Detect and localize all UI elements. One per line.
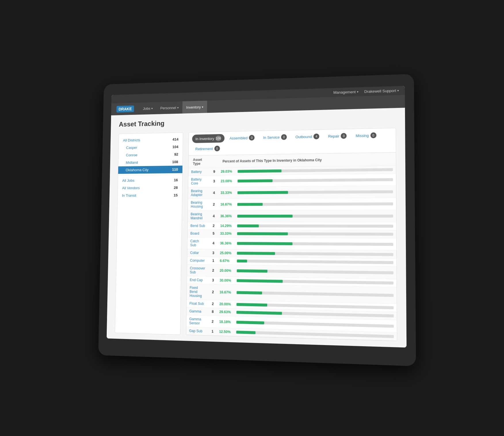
- tab-assembled[interactable]: Assembled 0: [226, 133, 258, 142]
- asset-type-link[interactable]: Gamma Sensor: [189, 317, 201, 325]
- main-panel: In Inventory 106 Assembled 0 In Service …: [186, 128, 397, 341]
- nav-item-inventory[interactable]: Inventory ▾: [182, 100, 207, 113]
- support-chevron-icon: ▾: [397, 89, 399, 92]
- table-row: Board533.33%: [188, 229, 396, 238]
- tab-repair[interactable]: Repair 0: [324, 131, 350, 140]
- asset-type-cell: Gap Sub: [186, 327, 207, 335]
- tab-retirement[interactable]: Retirement 0: [192, 144, 223, 153]
- asset-table: Asset Type Percent of Assets of This Typ…: [186, 152, 397, 341]
- tabs-row: In Inventory 106 Assembled 0 In Service …: [189, 128, 396, 156]
- sidebar: All Districts 414 Casper 104 Conroe 92 M…: [115, 132, 183, 335]
- pct-cell: 29.63%: [216, 308, 234, 316]
- device-wrapper: Management ▾ Drakewell Support ▾ DRAKE J…: [98, 74, 416, 366]
- asset-type-cell: Bearing Mandrel: [188, 210, 209, 222]
- asset-type-link[interactable]: Catch Sub: [190, 239, 199, 247]
- personnel-chevron-icon: ▾: [177, 106, 179, 109]
- table-row: Bearing Housing216.67%: [188, 198, 396, 210]
- count-cell: 2: [207, 300, 217, 308]
- sidebar-item-all-districts[interactable]: All Districts 414: [119, 135, 183, 144]
- sidebar-item-in-transit[interactable]: In Transit 15: [118, 191, 182, 199]
- asset-type-cell: Gamma: [186, 307, 207, 315]
- count-cell: 3: [208, 276, 217, 284]
- asset-type-cell: Float Sub: [187, 299, 208, 308]
- device-screen: Management ▾ Drakewell Support ▾ DRAKE J…: [107, 86, 407, 347]
- asset-type-link[interactable]: End Cap: [190, 278, 203, 282]
- pct-cell: 36.36%: [217, 210, 235, 222]
- asset-type-link[interactable]: Battery: [191, 170, 202, 174]
- pct-cell: 36.36%: [217, 237, 234, 249]
- pct-cell: 33.33%: [218, 187, 235, 199]
- bar-cell: [234, 237, 396, 250]
- asset-type-link[interactable]: Bearing Adapter: [191, 189, 203, 197]
- asset-type-link[interactable]: Gap Sub: [189, 329, 202, 333]
- tab-in-inventory[interactable]: In Inventory 106: [192, 134, 225, 143]
- col-header-count: [209, 155, 218, 168]
- nav-item-jobs[interactable]: Jobs ▾: [139, 102, 157, 115]
- pct-cell: 16.67%: [217, 284, 234, 300]
- count-cell: 3: [209, 175, 218, 187]
- asset-type-cell: Board: [188, 229, 208, 237]
- asset-type-cell: Bend Sub: [188, 222, 208, 230]
- support-nav[interactable]: Drakewell Support ▾: [364, 88, 399, 94]
- table-row: Bearing Adapter433.33%: [188, 186, 396, 199]
- asset-type-link[interactable]: Board: [190, 231, 199, 235]
- table-row: Battery Core323.08%: [188, 174, 396, 187]
- bar-cell: [234, 210, 396, 222]
- sidebar-item-casper[interactable]: Casper 104: [119, 143, 183, 151]
- asset-type-link[interactable]: Gamma: [189, 309, 201, 313]
- sidebar-divider: [118, 174, 182, 175]
- count-cell: 8: [207, 308, 217, 316]
- asset-type-link[interactable]: Float Sub: [189, 301, 204, 306]
- bar-cell: [235, 186, 396, 199]
- pct-cell: 12.50%: [216, 328, 234, 336]
- pct-cell: 18.18%: [216, 316, 234, 328]
- count-cell: 2: [208, 264, 217, 276]
- asset-type-link[interactable]: Computer: [190, 258, 205, 262]
- tab-in-service[interactable]: In Service 0: [260, 132, 290, 142]
- table-row: Catch Sub436.36%: [187, 237, 396, 250]
- asset-type-link[interactable]: Battery Core: [191, 177, 202, 185]
- pct-cell: 29.03%: [218, 167, 235, 175]
- nav-item-personnel[interactable]: Personnel ▾: [156, 101, 183, 114]
- sidebar-item-conroe[interactable]: Conroe 92: [119, 150, 183, 159]
- pct-cell: 20.00%: [217, 264, 234, 277]
- asset-type-cell: Fixed Bend Housing: [187, 283, 208, 300]
- table-row: Bend Sub214.29%: [188, 222, 396, 230]
- asset-type-cell: Computer: [187, 256, 208, 264]
- sidebar-item-midland[interactable]: Midland 108: [118, 158, 182, 166]
- pct-cell: 33.33%: [217, 230, 234, 237]
- sidebar-item-all-jobs[interactable]: All Jobs 16: [118, 176, 182, 184]
- management-chevron-icon: ▾: [357, 90, 358, 93]
- content-area: Asset Tracking All Districts 414 Casper …: [107, 108, 407, 347]
- sidebar-item-oklahoma-city[interactable]: Oklahoma City 110: [118, 165, 183, 174]
- asset-type-cell: Battery: [188, 168, 209, 176]
- count-cell: 2: [208, 284, 217, 300]
- asset-type-cell: Bearing Adapter: [188, 187, 209, 199]
- tab-outbound[interactable]: Outbound 4: [292, 132, 323, 141]
- count-cell: 1: [207, 327, 216, 335]
- count-cell: 9: [209, 168, 218, 176]
- asset-type-cell: Crossover Sub: [187, 264, 208, 276]
- asset-type-link[interactable]: Crossover Sub: [190, 266, 205, 274]
- asset-type-cell: Collar: [187, 249, 208, 256]
- tab-missing[interactable]: Missing 0: [352, 131, 380, 140]
- count-cell: 2: [207, 315, 217, 328]
- bar-cell: [234, 230, 396, 238]
- asset-type-link[interactable]: Fixed Bend Housing: [190, 285, 202, 298]
- sidebar-item-all-vendors[interactable]: All Vendors 28: [118, 184, 182, 192]
- management-nav[interactable]: Management ▾: [333, 90, 358, 95]
- asset-type-cell: Gamma Sensor: [186, 315, 207, 327]
- asset-type-link[interactable]: Bend Sub: [190, 224, 205, 228]
- pct-cell: 30.00%: [217, 276, 234, 284]
- jobs-chevron-icon: ▾: [151, 106, 153, 110]
- count-cell: 4: [209, 187, 218, 199]
- asset-type-link[interactable]: Bearing Mandrel: [190, 212, 203, 220]
- table-container: Asset Type Percent of Assets of This Typ…: [186, 152, 397, 341]
- asset-type-link[interactable]: Bearing Housing: [191, 200, 203, 208]
- col-header-asset-type: Asset Type: [188, 155, 209, 168]
- asset-type-link[interactable]: Collar: [190, 251, 199, 255]
- bar-cell: [234, 198, 396, 210]
- count-cell: 4: [208, 237, 217, 249]
- table-row: Bearing Mandrel436.36%: [188, 210, 396, 222]
- pct-cell: 14.29%: [217, 222, 234, 230]
